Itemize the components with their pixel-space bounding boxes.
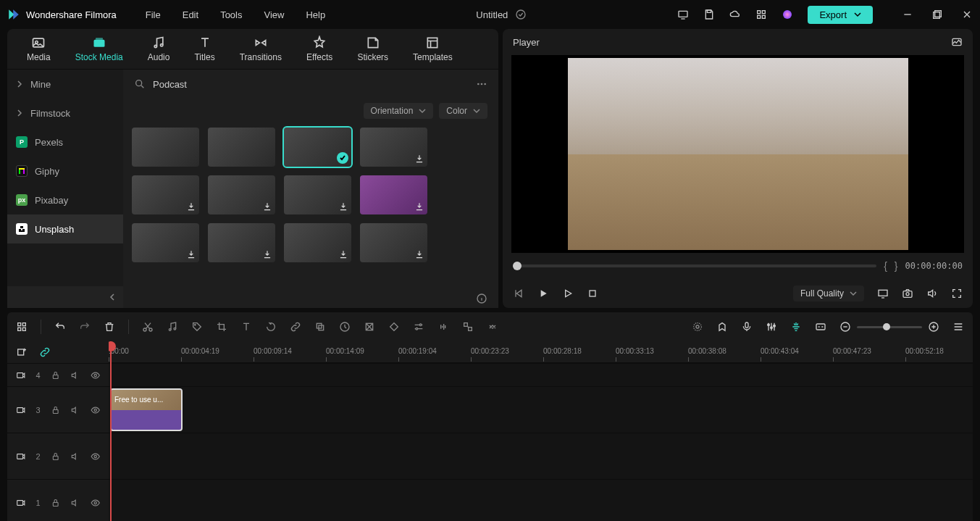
text-icon[interactable] (240, 321, 252, 333)
waveform-icon[interactable] (437, 321, 449, 333)
marker-icon[interactable] (716, 321, 728, 333)
stop-button[interactable] (587, 288, 598, 299)
track-header-1[interactable]: 1 (7, 479, 109, 521)
sidebar-item-pexels[interactable]: PPexels (7, 128, 123, 157)
tab-templates[interactable]: Templates (404, 33, 461, 65)
lock-icon[interactable] (51, 405, 60, 415)
player-scrubber[interactable] (513, 264, 876, 267)
menu-view[interactable]: View (264, 9, 284, 20)
snapshot-icon[interactable] (902, 288, 913, 299)
detach-icon[interactable] (462, 321, 474, 333)
speed-icon[interactable] (339, 321, 351, 333)
marker-in-button[interactable]: { (884, 260, 887, 272)
stock-thumbnail[interactable] (132, 128, 199, 167)
delete-button[interactable] (104, 321, 115, 333)
track-header-4[interactable]: 4 (7, 363, 109, 386)
filter-color[interactable]: Color (439, 103, 487, 119)
track-lane-2[interactable] (109, 433, 973, 479)
caption-icon[interactable] (815, 321, 826, 333)
link-icon[interactable] (290, 321, 301, 333)
download-icon[interactable] (338, 201, 348, 212)
tab-transitions[interactable]: Transitions (231, 33, 290, 65)
expand-icon[interactable] (487, 321, 498, 333)
timeline-ruler[interactable]: :00:0000:00:04:1900:00:09:1400:00:14:090… (109, 341, 973, 363)
sidebar-item-filmstock[interactable]: Filmstock (7, 99, 123, 128)
mute-icon[interactable] (70, 405, 80, 415)
sidebar-item-mine[interactable]: Mine (7, 70, 123, 99)
add-track-icon[interactable] (16, 346, 28, 358)
eye-icon[interactable] (91, 451, 100, 462)
timeline-clip[interactable]: Free to use u... (110, 388, 183, 431)
quality-select[interactable]: Full Quality (793, 285, 864, 301)
zoom-thumb[interactable] (883, 323, 890, 330)
track-options-icon[interactable] (952, 321, 964, 333)
sidebar-collapse-button[interactable] (7, 286, 123, 308)
lock-icon[interactable] (51, 370, 60, 380)
stock-thumbnail[interactable] (360, 175, 427, 214)
track-header-3[interactable]: 3 (7, 386, 109, 433)
stock-thumbnail[interactable] (360, 128, 427, 167)
mute-icon[interactable] (70, 370, 80, 380)
tab-stock-media[interactable]: Stock Media (67, 33, 132, 65)
playhead[interactable] (110, 341, 112, 521)
music-icon[interactable] (167, 321, 178, 333)
save-icon[interactable] (703, 9, 715, 20)
download-icon[interactable] (414, 154, 424, 164)
download-icon[interactable] (414, 249, 424, 259)
grid-icon[interactable] (755, 9, 767, 20)
stock-thumbnail[interactable] (208, 128, 275, 167)
more-icon[interactable] (476, 78, 487, 90)
scope-icon[interactable] (951, 36, 963, 48)
menu-file[interactable]: File (146, 9, 161, 20)
download-icon[interactable] (414, 201, 424, 212)
marker-out-button[interactable]: } (895, 260, 898, 272)
track-lane-4[interactable] (109, 363, 973, 386)
render-icon[interactable] (692, 321, 703, 333)
filter-orientation[interactable]: Orientation (364, 103, 434, 119)
check-icon[interactable] (515, 9, 527, 20)
download-icon[interactable] (262, 201, 272, 212)
eye-icon[interactable] (91, 370, 100, 380)
stock-thumbnail[interactable] (284, 175, 351, 214)
track-lane-3[interactable]: Free to use u... (109, 386, 973, 433)
zoom-slider[interactable] (857, 326, 922, 328)
tab-stickers[interactable]: Stickers (348, 33, 397, 65)
close-button[interactable] (961, 9, 973, 20)
track-content[interactable]: :00:0000:00:04:1900:00:09:1400:00:14:090… (109, 341, 973, 521)
stock-thumbnail[interactable] (284, 223, 351, 262)
group-icon[interactable] (314, 321, 326, 333)
prev-frame-button[interactable] (513, 288, 524, 299)
link-track-icon[interactable] (39, 346, 51, 358)
tab-effects[interactable]: Effects (298, 33, 341, 65)
undo-button[interactable] (54, 321, 66, 333)
screen-icon[interactable] (677, 9, 689, 20)
mixer-icon[interactable] (766, 321, 777, 333)
menu-tools[interactable]: Tools (220, 9, 242, 20)
export-button[interactable]: Export (808, 6, 873, 24)
zoom-in-button[interactable] (928, 321, 939, 333)
track-header-2[interactable]: 2 (7, 433, 109, 479)
rotate-icon[interactable] (265, 321, 277, 333)
download-icon[interactable] (186, 201, 196, 212)
info-icon[interactable] (476, 293, 487, 304)
volume-icon[interactable] (926, 288, 938, 299)
profile-icon[interactable] (782, 9, 793, 20)
keyframe-icon[interactable] (388, 321, 400, 333)
stock-thumbnail[interactable] (208, 223, 275, 262)
menu-edit[interactable]: Edit (183, 9, 198, 20)
redo-button[interactable] (79, 321, 91, 333)
frame-icon[interactable] (364, 321, 375, 333)
download-icon[interactable] (262, 249, 272, 259)
tag-icon[interactable] (191, 321, 203, 333)
eye-icon[interactable] (91, 498, 100, 508)
play-pause-button[interactable] (537, 288, 549, 299)
stock-thumbnail[interactable] (284, 128, 351, 167)
fullscreen-icon[interactable] (951, 288, 963, 299)
stock-thumbnail[interactable] (132, 223, 199, 262)
mute-icon[interactable] (70, 498, 80, 508)
search-input[interactable] (153, 79, 469, 90)
stock-thumbnail[interactable] (208, 175, 275, 214)
tab-media[interactable]: Media (18, 33, 59, 65)
sidebar-item-giphy[interactable]: Giphy (7, 157, 123, 186)
stock-thumbnail[interactable] (132, 175, 199, 214)
